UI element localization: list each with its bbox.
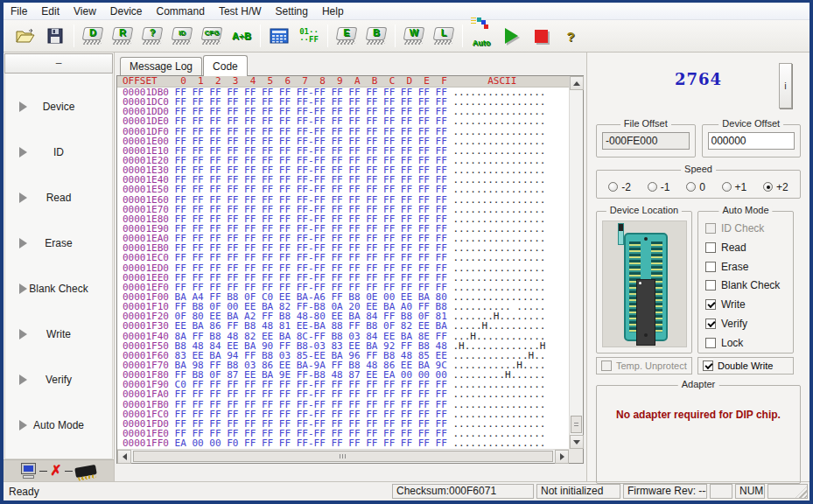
- checkbox-icon: [601, 360, 612, 371]
- arrow-right-icon: [19, 420, 27, 430]
- blank-check-button[interactable]: B: [361, 23, 391, 49]
- tab[interactable]: Message Log: [120, 57, 202, 75]
- config-button[interactable]: CFG: [197, 23, 227, 49]
- save-button[interactable]: [40, 23, 70, 49]
- auto-mode-checkbox[interactable]: Erase: [705, 261, 788, 273]
- arrow-down-icon: [573, 440, 580, 444]
- hex-row: 00001FF0EA 00 00 F0 FF FF FF FF-FF FF FF…: [123, 438, 569, 448]
- menu-item[interactable]: Setting: [269, 4, 315, 19]
- tab[interactable]: Code: [203, 55, 248, 76]
- select-device-button[interactable]: D: [78, 23, 108, 49]
- scroll-right-button[interactable]: [555, 450, 569, 464]
- scroll-up-button[interactable]: [570, 76, 584, 90]
- help-icon: ?: [566, 29, 574, 44]
- computer-icon: [21, 464, 37, 479]
- sidebar-item[interactable]: Blank Check: [5, 274, 112, 304]
- vertical-scroll-thumb[interactable]: [571, 416, 582, 433]
- sidebar-item[interactable]: Auto Mode: [5, 410, 112, 440]
- hex-row: 00001ED0FF FF FF FF FF FF FF FF-FF FF FF…: [123, 263, 569, 273]
- radio-icon: [763, 182, 773, 192]
- read-chip-icon: R: [111, 26, 134, 46]
- horizontal-scroll-track[interactable]: [131, 450, 555, 463]
- menu-item[interactable]: View: [67, 4, 103, 19]
- speed-radio[interactable]: +1: [722, 181, 747, 193]
- auto-mode-checkbox[interactable]: ID Check: [705, 222, 788, 234]
- write-button[interactable]: W: [399, 23, 429, 49]
- device-info-button[interactable]: i: [779, 63, 792, 108]
- verify-button[interactable]: ?: [137, 23, 167, 49]
- main-area: – Device ID Read: [4, 52, 809, 481]
- menu-item[interactable]: Device: [103, 4, 150, 19]
- hex-ascii: ................: [452, 116, 551, 126]
- sidebar-item[interactable]: Read: [5, 183, 112, 213]
- socket-body: [624, 233, 668, 341]
- arrow-right-scroll-icon: [560, 453, 564, 460]
- speed-radio[interactable]: -2: [608, 181, 631, 193]
- sidebar-collapse-button[interactable]: –: [4, 53, 113, 74]
- resize-grip-icon[interactable]: [795, 486, 807, 498]
- sidebar-item[interactable]: Write: [5, 319, 112, 349]
- status-firmware: Firmware Rev: ---: [623, 484, 707, 499]
- status-ready: Ready: [4, 486, 389, 498]
- zif-socket-image: [602, 220, 687, 347]
- sidebar-item-label: Blank Check: [29, 283, 88, 295]
- speed-radio[interactable]: +2: [763, 181, 788, 193]
- id-check-button[interactable]: ID: [167, 23, 197, 49]
- double-write-checkbox[interactable]: Double Write: [697, 357, 794, 374]
- device-offset-label: Device Offset: [718, 118, 783, 129]
- compare-button[interactable]: A÷B: [227, 23, 256, 49]
- calculator-button[interactable]: [264, 23, 294, 49]
- sidebar-item[interactable]: Erase: [5, 228, 112, 258]
- help-button[interactable]: ?: [556, 23, 585, 49]
- status-resize-pane: [767, 484, 808, 499]
- auto-mode-checkbox[interactable]: Blank Check: [705, 279, 788, 291]
- speed-radio[interactable]: -1: [648, 181, 670, 193]
- run-button[interactable]: [496, 23, 526, 49]
- hex-row: 00001DE0FF FF FF FF FF FF FF FF-FF FF FF…: [123, 116, 569, 126]
- auto-mode-checkbox[interactable]: Lock: [705, 337, 788, 349]
- hex-row: 00001FA0FF FF FF FF FF FF FF FF-FF FF FF…: [123, 389, 569, 399]
- auto-mode-button[interactable]: Auto: [466, 23, 496, 49]
- sidebar-actions: Device ID Read Erase: [4, 74, 113, 459]
- sidebar-item[interactable]: Device: [5, 92, 112, 122]
- scroll-down-button[interactable]: [570, 435, 584, 449]
- fill-buffer-button[interactable]: 01····FF: [294, 23, 324, 49]
- lock-button[interactable]: L: [429, 23, 459, 49]
- status-empty-pane: [710, 484, 732, 499]
- menu-item[interactable]: Help: [315, 4, 351, 19]
- device-offset-field[interactable]: [708, 132, 795, 150]
- arrow-right-icon: [19, 192, 27, 203]
- vertical-scroll-track[interactable]: [570, 90, 583, 435]
- stop-button[interactable]: [526, 23, 556, 49]
- horizontal-scroll-thumb[interactable]: [133, 451, 553, 462]
- open-file-button[interactable]: [11, 23, 40, 49]
- horizontal-scrollbar[interactable]: [117, 449, 569, 463]
- auto-mode-option-label: Write: [721, 298, 746, 311]
- auto-mode-checkbox[interactable]: Write: [705, 298, 788, 311]
- sidebar-item[interactable]: Verify: [5, 365, 112, 395]
- hex-offset: 00001EC0: [123, 253, 175, 262]
- speed-radio[interactable]: 0: [686, 181, 705, 193]
- hex-bytes: FF FF FF FF FF FF FF FF-FF FF FF FF FF F…: [175, 400, 453, 410]
- status-init-state: Not initialized: [536, 484, 620, 499]
- read-button[interactable]: R: [108, 23, 137, 49]
- hex-offset: 00001FA0: [123, 389, 175, 399]
- menu-item[interactable]: Command: [150, 4, 212, 19]
- vertical-scrollbar[interactable]: [569, 76, 583, 449]
- hex-editor[interactable]: OFFSET 0 1 2 3 4 5 6 7 8 9 A B C D E FAS…: [117, 76, 569, 449]
- scroll-left-button[interactable]: [117, 450, 131, 464]
- sidebar-item[interactable]: ID: [5, 137, 112, 167]
- lock-chip-icon: L: [432, 26, 455, 46]
- hex-offset: 00001ED0: [123, 263, 175, 273]
- device-location-group: Device Location: [596, 211, 692, 354]
- erase-button[interactable]: E: [332, 23, 361, 49]
- adapter-label: Adapter: [678, 379, 719, 389]
- menu-item[interactable]: Test H/W: [212, 4, 269, 19]
- hex-ascii: ................: [452, 185, 551, 194]
- menu-item[interactable]: File: [4, 4, 34, 19]
- hex-offset: 00001FF0: [123, 438, 175, 448]
- sidebar: – Device ID Read: [4, 52, 115, 481]
- auto-mode-checkbox[interactable]: Verify: [705, 318, 788, 330]
- menu-item[interactable]: Edit: [34, 4, 67, 19]
- auto-mode-checkbox[interactable]: Read: [705, 242, 788, 254]
